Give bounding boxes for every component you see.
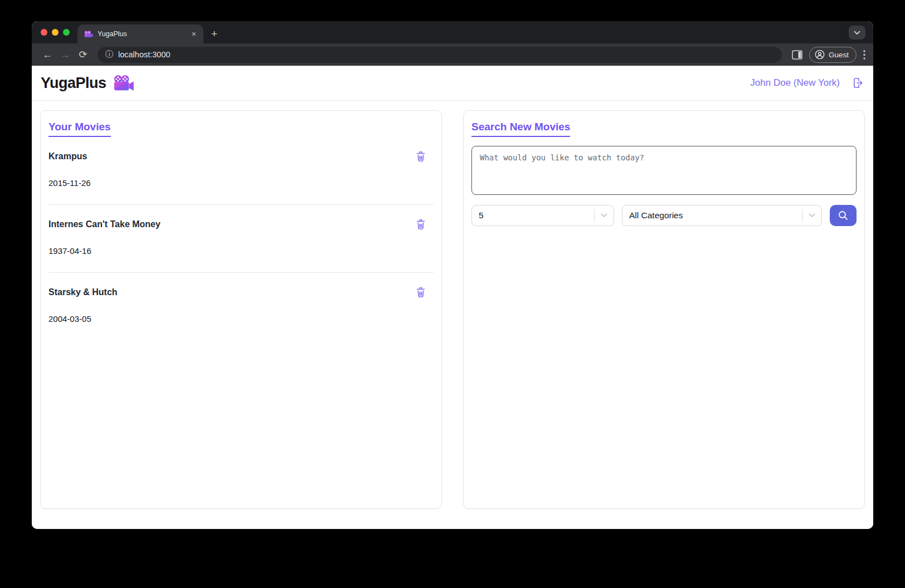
movie-row: Krampus 2015-11-26 [48,137,434,205]
zoom-window-button[interactable] [63,29,70,36]
results-count-select[interactable]: 5 [471,205,614,226]
main-content: Your Movies Krampus 20 [32,101,873,529]
search-controls: 5 All Categories [471,205,857,226]
delete-movie-button[interactable] [416,287,426,298]
movie-title: Starsky & Hutch [48,287,118,297]
tab-title: YugaPlus [98,30,186,38]
browser-window: YugaPlus × + ← → ⟳ ⓘ localhost:3000 [32,21,873,529]
delete-movie-button[interactable] [416,219,426,230]
profile-label: Guest [829,51,849,59]
url-text: localhost:3000 [118,50,171,59]
search-movies-heading: Search New Movies [471,121,570,137]
side-panel-icon[interactable] [792,50,802,60]
your-movies-heading: Your Movies [48,121,111,137]
search-movies-panel: Search New Movies 5 All Categories [463,110,865,509]
reload-button[interactable]: ⟳ [75,47,91,62]
app-page: YugaPlus John Doe (New York) [32,66,873,529]
movie-row: Starsky & Hutch 2004-03-05 [48,273,434,340]
trash-icon [416,219,426,230]
back-button[interactable]: ← [40,47,55,62]
trash-icon [416,287,426,298]
chevron-down-icon [802,213,821,218]
toolbar-right-group: Guest [789,47,865,63]
tab-strip: YugaPlus × + [32,21,873,43]
logout-icon[interactable] [851,76,864,90]
movie-release-date: 2015-11-26 [48,178,434,188]
tab-search-button[interactable] [849,26,865,40]
category-select[interactable]: All Categories [622,205,822,226]
search-query-input[interactable] [471,146,857,195]
new-tab-button[interactable]: + [203,28,217,43]
close-window-button[interactable] [41,29,47,36]
category-value: All Categories [629,210,802,220]
address-bar[interactable]: ⓘ localhost:3000 [98,47,782,63]
user-group: John Doe (New York) [750,76,864,90]
minimize-window-button[interactable] [52,29,59,36]
delete-movie-button[interactable] [416,151,426,162]
movie-release-date: 2004-03-05 [48,314,434,324]
results-count-value: 5 [479,210,594,220]
trash-icon [416,151,426,162]
favicon-movie-camera-icon [84,31,93,38]
tab-close-icon[interactable]: × [190,30,198,38]
forward-button[interactable]: → [57,47,73,62]
movie-camera-logo-icon [113,75,134,92]
app-logo: YugaPlus [41,75,134,92]
app-title: YugaPlus [41,75,106,92]
chevron-down-icon [854,31,860,35]
user-avatar-icon [815,50,825,60]
search-icon [838,210,849,221]
movie-title: Krampus [48,151,87,161]
window-controls [32,21,77,43]
search-button[interactable] [830,205,857,226]
chevron-down-icon [595,213,614,218]
user-name-link[interactable]: John Doe (New York) [750,77,840,89]
browser-toolbar: ← → ⟳ ⓘ localhost:3000 Guest [32,43,873,66]
browser-menu-icon[interactable] [863,50,865,60]
site-info-icon[interactable]: ⓘ [105,50,113,60]
tab-yugaplus[interactable]: YugaPlus × [77,24,203,43]
app-header: YugaPlus John Doe (New York) [32,66,873,101]
profile-button[interactable]: Guest [809,47,857,63]
movie-release-date: 1937-04-16 [48,246,434,256]
movie-row: Internes Can't Take Money 1937-04-16 [48,205,434,273]
movie-title: Internes Can't Take Money [48,219,160,229]
your-movies-panel: Your Movies Krampus 20 [40,110,442,509]
